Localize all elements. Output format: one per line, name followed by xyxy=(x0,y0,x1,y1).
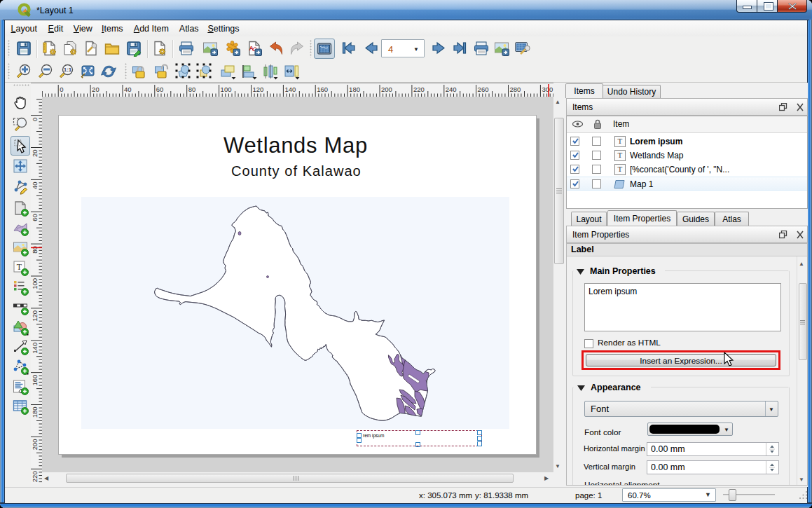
svg-text:240: 240 xyxy=(446,85,457,93)
svg-text:100: 100 xyxy=(31,278,39,289)
svg-text:200: 200 xyxy=(31,439,39,450)
svg-text:20: 20 xyxy=(31,150,39,158)
svg-text:180: 180 xyxy=(349,85,360,93)
svg-text:140: 140 xyxy=(31,343,39,354)
svg-text:0: 0 xyxy=(31,118,39,121)
svg-text:100: 100 xyxy=(221,85,232,93)
svg-text:40: 40 xyxy=(31,181,39,189)
svg-text:260: 260 xyxy=(478,85,489,93)
svg-text:220: 220 xyxy=(31,471,39,482)
svg-text:80: 80 xyxy=(188,85,196,93)
svg-text:60: 60 xyxy=(31,214,39,221)
svg-text:40: 40 xyxy=(124,85,132,93)
svg-text:120: 120 xyxy=(253,85,264,93)
svg-text:220: 220 xyxy=(413,85,425,93)
svg-text:180: 180 xyxy=(31,407,39,418)
svg-text:140: 140 xyxy=(284,85,296,93)
svg-text:20: 20 xyxy=(92,85,99,93)
svg-text:160: 160 xyxy=(317,85,328,93)
svg-text:300: 300 xyxy=(542,85,553,93)
svg-text:120: 120 xyxy=(31,310,39,322)
svg-text:280: 280 xyxy=(510,85,521,93)
svg-text:0: 0 xyxy=(60,85,63,93)
svg-text:160: 160 xyxy=(31,375,39,386)
svg-text:1:1: 1:1 xyxy=(64,67,72,73)
svg-text:T: T xyxy=(17,262,22,272)
svg-text:60: 60 xyxy=(156,85,164,93)
svg-text:200: 200 xyxy=(381,85,392,93)
